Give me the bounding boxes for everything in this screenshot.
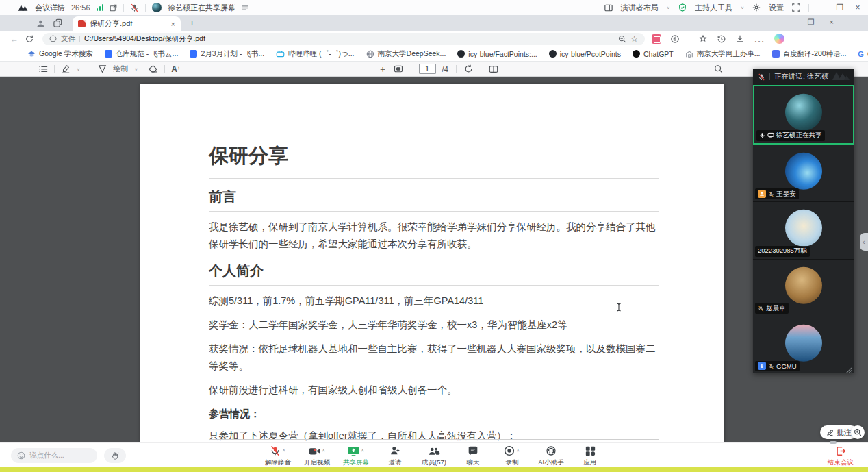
refresh-icon[interactable]	[22, 35, 37, 43]
bookmark-item[interactable]: 百度翻译-200种语...	[772, 49, 847, 59]
chevron-up-icon[interactable]: ∨	[322, 449, 325, 453]
shield-check-icon	[678, 3, 687, 12]
meeting-detail-button[interactable]: 会议详情	[35, 3, 65, 13]
chat-placeholder: 说点什么...	[29, 451, 64, 460]
quick-chat-input[interactable]: 说点什么...	[11, 448, 97, 463]
close-button[interactable]: ×	[853, 3, 863, 12]
toc-icon[interactable]	[38, 65, 48, 73]
more-menu-icon[interactable]: …	[754, 33, 765, 45]
url-text: C:/Users/54904/Desktop/保研分享.pdf	[84, 34, 205, 44]
end-meeting-button[interactable]: 结束会议	[821, 445, 860, 467]
history-icon[interactable]	[717, 34, 726, 44]
chevron-up-icon[interactable]: ∨	[361, 449, 364, 453]
minimize-button[interactable]: —	[817, 3, 827, 12]
gear-icon	[752, 3, 761, 12]
avatar	[785, 324, 822, 361]
copilot-icon[interactable]	[774, 34, 784, 44]
participants-panel[interactable]: 正在讲话: 徐艺硕 徐艺硕正在共享	[753, 69, 854, 373]
mic-on-icon	[759, 132, 765, 138]
pdf-toolbar: ∨ 绘制 ∨ A⁾ − ＋ /4	[0, 62, 868, 77]
bookmark-item[interactable]: Google 学术搜索	[27, 49, 93, 59]
bookmark-item[interactable]: 仓库规范 - 飞书云...	[105, 49, 179, 59]
chevron-up-icon[interactable]: ∨	[516, 449, 520, 453]
browser-tab[interactable]: 保研分享.pdf ×	[73, 16, 181, 31]
chevron-up-icon[interactable]: ∨	[282, 449, 285, 453]
settings-button[interactable]: 设置	[769, 3, 784, 13]
participant-tile[interactable]: 赵晨卓	[753, 259, 854, 316]
panel-resize-handle[interactable]	[845, 364, 852, 371]
browser-close-button[interactable]: ×	[830, 18, 834, 27]
host-tools-button[interactable]: 主持人工具	[695, 3, 732, 13]
read-aloud-icon[interactable]: A⁾	[171, 64, 179, 74]
browser-maximize-button[interactable]: ❐	[808, 18, 815, 27]
zoom-out-button[interactable]: −	[367, 64, 372, 74]
share-screen-button[interactable]: ∨ 共享屏幕	[342, 445, 370, 467]
participant-tile[interactable]: 徐艺硕正在共享	[753, 85, 854, 145]
favorite-star-icon[interactable]: ☆	[630, 34, 638, 44]
info-icon[interactable]	[49, 35, 57, 42]
draw-tool-button[interactable]: 绘制 ∨	[98, 64, 138, 74]
rotate-icon[interactable]	[464, 64, 473, 73]
bookmark-item[interactable]: 南京大学网上办事...	[685, 49, 761, 59]
bilibili-icon	[276, 50, 285, 58]
zoom-in-button[interactable]	[851, 425, 865, 439]
raise-hand-button[interactable]	[104, 448, 126, 463]
browser-tabstrip: 保研分享.pdf × ＋ — ❐ ×	[0, 15, 868, 31]
back-icon[interactable]: ←	[7, 34, 22, 44]
members-button[interactable]: 成员(57)	[420, 445, 448, 467]
bookmark-item[interactable]: ChatGPT	[633, 50, 674, 58]
bookmark-item[interactable]: 2月3月计划 - 飞书...	[190, 49, 264, 59]
start-video-button[interactable]: ∨ 开启视频	[303, 445, 331, 467]
browser-minimize-button[interactable]: —	[785, 18, 793, 27]
bookmark-item[interactable]: G Google	[858, 50, 868, 58]
search-icon[interactable]	[714, 64, 723, 73]
participant-tile[interactable]: 王旻安	[753, 145, 854, 202]
downloads-icon[interactable]	[735, 34, 745, 44]
bookmark-item[interactable]: 哔哩哔哩 (゜-゜)つ...	[276, 49, 354, 59]
new-tab-button[interactable]: ＋	[188, 16, 196, 29]
pdf-page: 保研分享 前言 我是徐艺硕，保研到了南京大学计算机系。很荣幸能给学弟学妹们分享保…	[140, 84, 724, 442]
apps-button[interactable]: 应用	[576, 445, 604, 467]
pdf-canvas[interactable]: 保研分享 前言 我是徐艺硕，保研到了南京大学计算机系。很荣幸能给学弟学妹们分享保…	[0, 77, 868, 442]
google-icon: G	[858, 50, 864, 58]
workspaces-icon[interactable]	[53, 18, 63, 29]
participant-tile[interactable]: GGMU	[753, 316, 854, 373]
tab-close-icon[interactable]: ×	[171, 20, 175, 28]
chevron-down-icon[interactable]: ∨	[77, 66, 80, 71]
url-bar[interactable]: 文件 C:/Users/54904/Desktop/保研分享.pdf ☆	[42, 33, 645, 45]
collections-icon[interactable]	[698, 34, 708, 44]
share-border-strip	[0, 467, 868, 472]
fullscreen-icon[interactable]	[792, 3, 800, 12]
annotate-drag-nub[interactable]	[830, 441, 837, 444]
maximize-button[interactable]: ❐	[835, 3, 845, 12]
chat-button[interactable]: 聊天	[459, 445, 487, 467]
zoom-out-icon[interactable]	[618, 35, 626, 43]
popout-icon[interactable]	[110, 4, 117, 12]
unmute-button[interactable]: ∨ 解除静音	[264, 445, 292, 467]
page-number-input[interactable]	[419, 64, 436, 74]
extension-pink-icon[interactable]	[652, 34, 661, 44]
ai-assistant-button[interactable]: AI小助手	[537, 445, 565, 467]
screen-share-icon	[767, 132, 774, 138]
baidu-translate-icon	[772, 50, 780, 58]
fit-page-icon[interactable]	[394, 65, 403, 73]
bookmark-item[interactable]: icy-blue/FactPoints:...	[457, 50, 537, 58]
page-view-icon[interactable]	[489, 65, 498, 73]
record-button[interactable]: ∨ 录制	[498, 445, 526, 467]
invite-button[interactable]: 邀请	[381, 445, 409, 467]
bookmarks-bar: Google 学术搜索 仓库规范 - 飞书云... 2月3月计划 - 飞书...…	[0, 47, 868, 62]
highlighter-icon[interactable]	[61, 64, 71, 73]
layout-button[interactable]: 演讲者布局	[621, 3, 659, 13]
mic-muted-icon[interactable]	[130, 3, 139, 12]
bookmark-item[interactable]: 南京大学DeepSeek...	[366, 49, 446, 59]
doc-heading: 个人简介	[209, 262, 659, 286]
bookmark-item[interactable]: icy-blue/PcotPoints	[549, 50, 621, 58]
eraser-icon[interactable]	[149, 65, 158, 73]
panel-collapse-handle[interactable]: ‹	[860, 233, 868, 251]
browser-profile-icon[interactable]	[36, 18, 46, 29]
pen-icon	[826, 429, 834, 436]
page-total: /4	[442, 65, 448, 73]
zoom-in-button[interactable]: ＋	[379, 63, 387, 75]
participant-tile[interactable]: 2022302985万聪	[753, 201, 854, 259]
extension-circle-icon[interactable]	[670, 34, 680, 44]
